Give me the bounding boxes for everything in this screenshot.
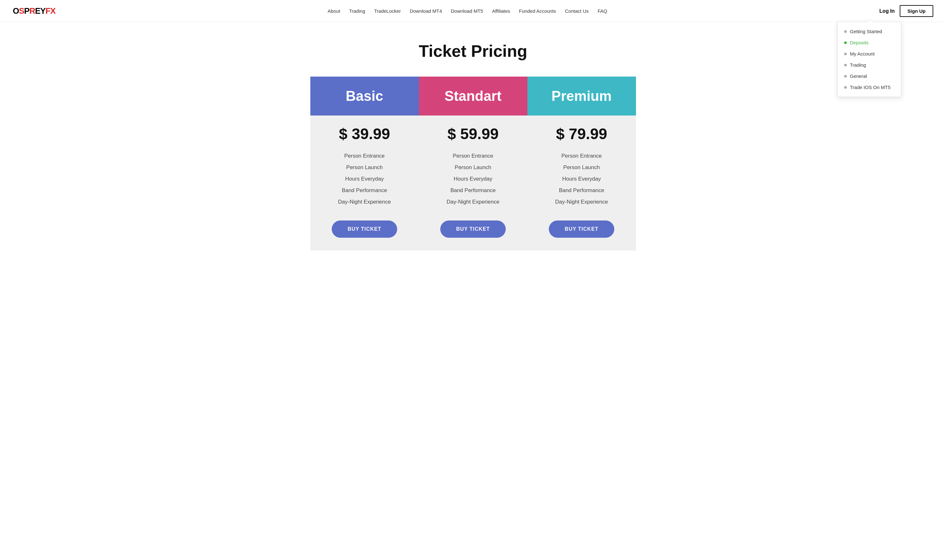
buy-ticket-basic-button[interactable]: BUY TICKET: [332, 220, 398, 238]
nav-tradelocker[interactable]: TradeLocker: [374, 8, 401, 14]
card-features-basic: Person Entrance Person Launch Hours Ever…: [317, 150, 413, 208]
feature-basic-3: Hours Everyday: [317, 173, 413, 185]
card-body-standart: $ 59.99 Person Entrance Person Launch Ho…: [419, 115, 527, 251]
dropdown-item-getting-started[interactable]: Getting Started: [838, 26, 901, 37]
nav-download-mt5[interactable]: Download MT5: [451, 8, 483, 14]
dropdown-dot-trade-ios-mt5: [844, 86, 847, 89]
dropdown-item-general[interactable]: General: [838, 71, 901, 82]
signup-button[interactable]: Sign Up: [900, 5, 933, 17]
feature-basic-4: Band Performance: [317, 185, 413, 196]
feature-premium-1: Person Entrance: [534, 150, 630, 162]
feature-standart-4: Band Performance: [425, 185, 521, 196]
page-title: Ticket Pricing: [6, 42, 940, 61]
nav-affiliates[interactable]: Affiliates: [492, 8, 510, 14]
dropdown-label-getting-started: Getting Started: [850, 29, 882, 34]
feature-standart-1: Person Entrance: [425, 150, 521, 162]
nav-right: Log In Sign Up: [879, 5, 933, 17]
main-content: Ticket Pricing Basic $ 39.99 Person Entr…: [0, 22, 946, 263]
dropdown-item-my-account[interactable]: My Account: [838, 48, 901, 59]
dropdown-dot-deposits: [844, 42, 847, 44]
card-header-premium: Premium: [527, 77, 636, 115]
feature-basic-1: Person Entrance: [317, 150, 413, 162]
nav-contact-us[interactable]: Contact Us: [565, 8, 589, 14]
card-features-standart: Person Entrance Person Launch Hours Ever…: [425, 150, 521, 208]
dropdown-label-trading: Trading: [850, 62, 866, 68]
dropdown-dot-trading: [844, 64, 847, 66]
dropdown-dot-general: [844, 75, 847, 77]
card-header-basic: Basic: [310, 77, 419, 115]
card-body-premium: $ 79.99 Person Entrance Person Launch Ho…: [527, 115, 636, 251]
card-price-basic: $ 39.99: [317, 125, 413, 143]
pricing-grid: Basic $ 39.99 Person Entrance Person Lau…: [297, 77, 649, 251]
pricing-card-standart: Standart $ 59.99 Person Entrance Person …: [419, 77, 527, 251]
card-price-premium: $ 79.99: [534, 125, 630, 143]
dropdown-dot-my-account: [844, 53, 847, 55]
feature-standart-2: Person Launch: [425, 162, 521, 173]
pricing-card-basic: Basic $ 39.99 Person Entrance Person Lau…: [310, 77, 419, 251]
nav-funded-accounts[interactable]: Funded Accounts: [519, 8, 556, 14]
feature-premium-5: Day-Night Experience: [534, 196, 630, 208]
faq-dropdown: Getting Started Deposits My Account Trad…: [837, 22, 901, 97]
dropdown-item-deposits[interactable]: Deposits: [838, 37, 901, 48]
card-tier-basic: Basic: [317, 88, 413, 104]
feature-basic-5: Day-Night Experience: [317, 196, 413, 208]
nav-links: About Trading TradeLocker Download MT4 D…: [328, 8, 607, 14]
feature-premium-3: Hours Everyday: [534, 173, 630, 185]
nav-faq[interactable]: FAQ: [598, 8, 607, 14]
dropdown-dot-getting-started: [844, 30, 847, 33]
dropdown-item-trading[interactable]: Trading: [838, 59, 901, 71]
card-price-standart: $ 59.99: [425, 125, 521, 143]
dropdown-label-deposits: Deposits: [850, 40, 868, 45]
feature-basic-2: Person Launch: [317, 162, 413, 173]
card-tier-premium: Premium: [534, 88, 630, 104]
nav-download-mt4[interactable]: Download MT4: [410, 8, 442, 14]
pricing-card-premium: Premium $ 79.99 Person Entrance Person L…: [527, 77, 636, 251]
feature-standart-5: Day-Night Experience: [425, 196, 521, 208]
feature-premium-4: Band Performance: [534, 185, 630, 196]
navbar: OSPREYFX About Trading TradeLocker Downl…: [0, 0, 946, 22]
nav-about[interactable]: About: [328, 8, 340, 14]
feature-premium-2: Person Launch: [534, 162, 630, 173]
login-link[interactable]: Log In: [879, 8, 895, 14]
dropdown-label-trade-ios-mt5: Trade IOS On MT5: [850, 85, 891, 90]
nav-trading[interactable]: Trading: [349, 8, 365, 14]
buy-ticket-premium-button[interactable]: BUY TICKET: [549, 220, 615, 238]
card-tier-standart: Standart: [425, 88, 521, 104]
logo[interactable]: OSPREYFX: [13, 6, 55, 16]
card-features-premium: Person Entrance Person Launch Hours Ever…: [534, 150, 630, 208]
dropdown-label-general: General: [850, 73, 867, 79]
dropdown-label-my-account: My Account: [850, 51, 875, 57]
card-body-basic: $ 39.99 Person Entrance Person Launch Ho…: [310, 115, 419, 251]
feature-standart-3: Hours Everyday: [425, 173, 521, 185]
card-header-standart: Standart: [419, 77, 527, 115]
buy-ticket-standart-button[interactable]: BUY TICKET: [440, 220, 506, 238]
dropdown-item-trade-ios-mt5[interactable]: Trade IOS On MT5: [838, 82, 901, 93]
